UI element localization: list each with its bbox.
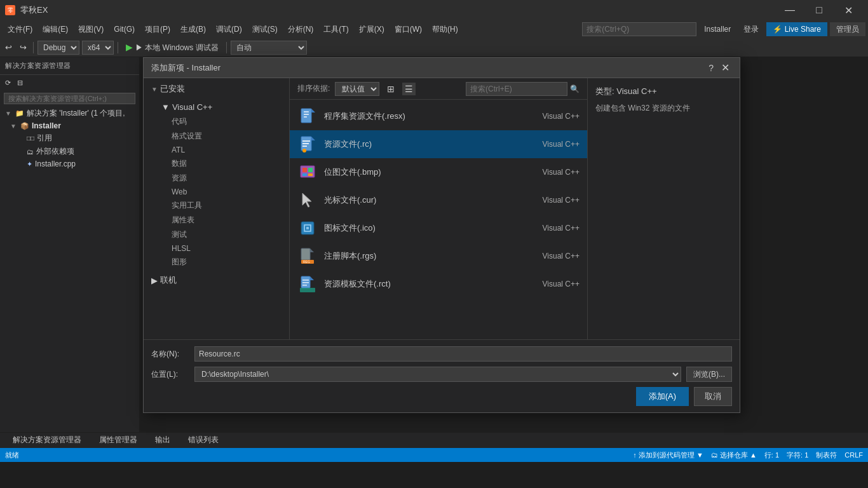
category-format[interactable]: 格式设置 (154, 129, 289, 144)
grid-view-button[interactable]: ⊞ (384, 83, 397, 95)
sort-dropdown[interactable]: 默认值 (335, 82, 379, 96)
sidebar-search-input[interactable] (4, 93, 135, 104)
tab-error-list[interactable]: 错误列表 (180, 433, 226, 449)
svg-rect-30 (300, 288, 315, 292)
file-item-rc[interactable]: 资源文件(.rc) Visual C++ (290, 130, 587, 158)
menu-file[interactable]: 文件(F) (3, 22, 37, 37)
category-code[interactable]: 代码 (154, 114, 289, 129)
online-section[interactable]: ▶ 联机 (144, 269, 289, 291)
status-col: 字符: 1 (787, 451, 808, 460)
category-atl[interactable]: ATL (154, 144, 289, 156)
browse-button[interactable]: 浏览(B)... (686, 367, 732, 382)
location-dropdown[interactable]: D:\desktop\Installer\ (194, 367, 681, 382)
undo-button[interactable]: ↩ (3, 40, 15, 55)
close-button[interactable]: ✕ (834, 0, 863, 20)
file-item-ico[interactable]: 图标文件(.ico) Visual C++ (290, 214, 587, 242)
dialog-title-controls: ? ✕ (709, 59, 732, 76)
minimize-button[interactable]: — (775, 0, 804, 20)
tree-item-references[interactable]: ▶ □□ 引用 (0, 132, 139, 145)
tab-solution-explorer[interactable]: 解决方案资源管理器 (5, 433, 89, 449)
category-resource[interactable]: 资源 (154, 171, 289, 186)
name-input[interactable] (194, 346, 732, 362)
menu-window[interactable]: 窗口(W) (390, 22, 427, 37)
sidebar-collapse-button[interactable]: ⊟ (15, 75, 25, 90)
tab-output[interactable]: 输出 (147, 433, 178, 449)
window-controls: — □ ✕ (775, 0, 863, 20)
tab-property-manager[interactable]: 属性管理器 (92, 433, 145, 449)
tree-item-installer[interactable]: ▼ 📦 Installer (0, 120, 139, 132)
debug-config-dropdown[interactable]: Debug (37, 41, 79, 55)
installed-section-header[interactable]: ▼ 已安装 (144, 78, 289, 100)
platform-dropdown[interactable]: x64 (82, 41, 114, 55)
file-icon-rc (297, 134, 318, 154)
file-item-cur[interactable]: 光标文件(.cur) Visual C++ (290, 186, 587, 214)
footer-buttons: 添加(A) 取消 (151, 387, 732, 406)
category-graphics[interactable]: 图形 (154, 255, 289, 269)
add-button[interactable]: 添加(A) (636, 387, 689, 406)
global-search-input[interactable] (582, 22, 696, 36)
live-share-button[interactable]: ⚡ Live Share (766, 22, 827, 36)
svg-marker-16 (302, 193, 311, 207)
svg-marker-4 (311, 109, 315, 112)
tree-item-installer-cpp[interactable]: ▶ ✦ Installer.cpp (0, 158, 139, 170)
menu-debug[interactable]: 调试(D) (211, 22, 247, 37)
category-property-sheet[interactable]: 属性表 (154, 213, 289, 227)
menu-view[interactable]: 视图(V) (73, 22, 109, 37)
category-visual-cpp[interactable]: ▼ Visual C++ (154, 100, 289, 114)
menu-bar: 文件(F) 编辑(E) 视图(V) Git(G) 项目(P) 生成(B) 调试(… (0, 20, 868, 38)
menu-edit[interactable]: 编辑(E) (37, 22, 73, 37)
svg-rect-13 (308, 168, 313, 172)
file-icon-ico (297, 218, 318, 238)
file-item-resx[interactable]: 程序集资源文件(.resx) Visual C++ (290, 102, 587, 130)
file-list: 程序集资源文件(.resx) Visual C++ (290, 100, 587, 339)
category-test[interactable]: 测试 (154, 227, 289, 242)
tree-item-external-deps[interactable]: ▶ 🗂 外部依赖项 (0, 145, 139, 158)
search-icon[interactable]: 🔍 (570, 85, 580, 93)
cancel-button[interactable]: 取消 (694, 387, 732, 406)
category-data[interactable]: 数据 (154, 156, 289, 171)
dialog-help-button[interactable]: ? (709, 63, 714, 73)
file-item-rgs[interactable]: REG 注册脚本(.rgs) Visual C++ (290, 242, 587, 270)
svg-point-10 (302, 149, 306, 152)
menu-build[interactable]: 生成(B) (175, 22, 211, 37)
maximize-button[interactable]: □ (804, 0, 834, 20)
menu-analyze[interactable]: 分析(N) (283, 22, 319, 37)
file-item-bmp[interactable]: 位图文件(.bmp) Visual C++ (290, 158, 587, 186)
file-icon-cur (297, 190, 318, 210)
category-utility[interactable]: 实用工具 (154, 198, 289, 213)
category-web[interactable]: Web (154, 186, 289, 198)
category-hlsl[interactable]: HLSL (154, 242, 289, 255)
status-left: 就绪 (5, 451, 19, 460)
select-repo[interactable]: 🗂 选择仓库 ▲ (711, 451, 757, 460)
admin-button[interactable]: 管理员 (830, 22, 865, 36)
svg-rect-21 (301, 248, 310, 260)
login-button[interactable]: 登录 (738, 23, 764, 36)
installer-label: Installer (699, 25, 736, 34)
menu-extensions[interactable]: 扩展(X) (354, 22, 390, 37)
menu-git[interactable]: Git(G) (109, 22, 140, 36)
tree-item-solution[interactable]: ▼ 📁 解决方案 'Installer' (1 个项目, (0, 107, 139, 120)
location-label: 位置(L): (151, 369, 189, 380)
list-view-button[interactable]: ☰ (402, 83, 416, 95)
dialog-close-button[interactable]: ✕ (719, 59, 732, 76)
status-encoding: CRLF (844, 451, 863, 459)
menu-help[interactable]: 帮助(H) (427, 22, 463, 37)
svg-rect-1 (304, 111, 309, 112)
menu-project[interactable]: 项目(P) (140, 22, 175, 37)
svg-rect-29 (302, 285, 307, 286)
menu-bar-right: Installer 登录 ⚡ Live Share 管理员 (582, 22, 865, 36)
add-to-source-control[interactable]: ↑ 添加到源代码管理 ▼ (633, 451, 703, 460)
redo-button[interactable]: ↪ (17, 40, 29, 55)
dialog-search-input[interactable] (466, 82, 567, 96)
svg-rect-20 (306, 227, 309, 229)
file-item-rct[interactable]: 资源模板文件(.rct) Visual C++ (290, 270, 587, 298)
menu-tools[interactable]: 工具(T) (318, 22, 353, 37)
svg-rect-27 (302, 280, 309, 281)
run-button[interactable]: ▶ ▶ 本地 Windows 调试器 (122, 41, 222, 55)
status-row: 行: 1 (764, 451, 779, 460)
sidebar-sync-button[interactable]: ⟳ (3, 75, 13, 90)
menu-test[interactable]: 测试(S) (247, 22, 283, 37)
auto-dropdown[interactable]: 自动 (231, 41, 307, 55)
separator-3 (226, 42, 227, 53)
dialog-titlebar: 添加新项 - Installer ? ✕ (144, 58, 740, 78)
